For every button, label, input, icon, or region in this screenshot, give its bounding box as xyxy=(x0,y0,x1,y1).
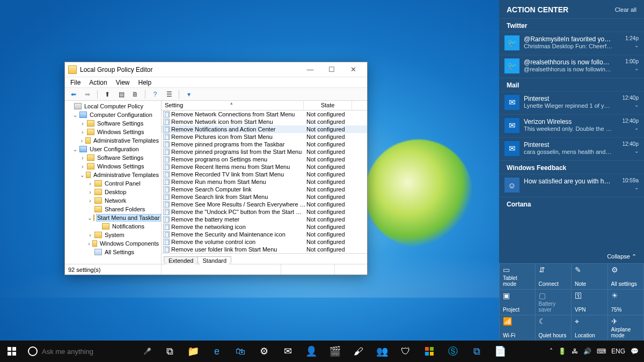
tab-standard[interactable]: Standard xyxy=(197,256,231,264)
search-input[interactable] xyxy=(42,348,133,356)
movies-icon[interactable]: 🎬 xyxy=(323,341,347,362)
mic-icon[interactable]: 🎤 xyxy=(143,348,151,355)
collapse-link[interactable]: Collapse ⌃ xyxy=(607,253,636,260)
menu-view[interactable]: View xyxy=(116,79,130,86)
tray-network-icon[interactable]: 🖧 xyxy=(572,348,578,355)
tree-item[interactable]: Control Panel xyxy=(104,180,142,187)
tree-computer-config[interactable]: Computer Configuration xyxy=(89,112,153,118)
paint-icon[interactable]: 🖌 xyxy=(347,341,370,362)
list-row[interactable]: Remove Search Computer linkNot configure… xyxy=(162,186,367,193)
tree-item[interactable]: Windows Settings xyxy=(96,129,145,135)
tree-item[interactable]: Shared Folders xyxy=(104,206,146,212)
list-row[interactable]: Remove Run menu from Start MenuNot confi… xyxy=(162,178,367,186)
tree-start-menu-taskbar[interactable]: Start Menu and Taskbar xyxy=(96,214,161,221)
settings-icon[interactable]: ⚙ xyxy=(252,341,276,362)
list-row[interactable]: Remove the "Undock PC" button from the S… xyxy=(162,208,367,216)
quick-action-note[interactable]: ✎Note xyxy=(572,263,608,289)
tree-item[interactable]: Windows Components xyxy=(99,240,160,247)
mail-icon[interactable]: ✉ xyxy=(276,341,299,362)
task-view-icon[interactable]: ⧉ xyxy=(158,341,181,362)
gpedit-tree[interactable]: Local Computer Policy ⌄Computer Configur… xyxy=(65,101,162,264)
list-row[interactable]: Remove pinned programs from the TaskbarN… xyxy=(162,141,367,148)
menu-file[interactable]: File xyxy=(70,79,80,86)
list-row[interactable]: Remove the battery meterNot configured xyxy=(162,216,367,223)
quick-action-wi-fi[interactable]: 📶Wi-Fi xyxy=(499,315,536,341)
chevron-down-icon[interactable]: ⌄ xyxy=(634,65,639,71)
forward-button[interactable]: ➡ xyxy=(82,89,93,100)
tree-item[interactable]: Network xyxy=(104,197,127,204)
list-row[interactable]: Remove Recorded TV link from Start MenuN… xyxy=(162,171,367,178)
quick-action-vpn[interactable]: ⚿VPN xyxy=(572,289,608,315)
clear-all-link[interactable]: Clear all xyxy=(615,6,636,13)
skype-icon[interactable]: Ⓢ xyxy=(441,341,465,362)
list-row[interactable]: Remove Recent Items menu from Start Menu… xyxy=(162,163,367,171)
chevron-down-icon[interactable]: ⌄ xyxy=(634,42,639,48)
quick-action-project[interactable]: ▣Project xyxy=(499,289,536,315)
tree-item[interactable]: Windows Settings xyxy=(96,163,145,169)
edge-icon[interactable]: e xyxy=(205,341,229,362)
list-row[interactable]: Remove Notifications and Action CenterNo… xyxy=(162,125,367,133)
list-row[interactable]: Remove pinned programs list from the Sta… xyxy=(162,148,367,156)
list-row[interactable]: Remove Search link from Start MenuNot co… xyxy=(162,193,367,201)
tray-keyboard-icon[interactable]: ⌨ xyxy=(597,348,606,355)
tray-battery-icon[interactable]: 🔋 xyxy=(558,348,566,355)
tray-volume-icon[interactable]: 🔊 xyxy=(583,348,591,355)
file-explorer-icon[interactable]: 📁 xyxy=(181,341,205,362)
tree-item[interactable]: Software Settings xyxy=(96,154,144,161)
quick-action-quiet-hours[interactable]: ☾Quiet hours xyxy=(536,315,572,341)
list-row[interactable]: Remove programs on Settings menuNot conf… xyxy=(162,156,367,163)
office-icon[interactable] xyxy=(418,341,441,362)
show-hide-tree-button[interactable]: ▤ xyxy=(116,89,127,100)
tree-item[interactable]: System xyxy=(104,232,126,238)
cortana-search[interactable]: 🎤 xyxy=(24,341,158,362)
notification[interactable]: ☺ How satisfied are you with how the 10:… xyxy=(499,174,644,197)
tree-item[interactable]: Administrative Templates xyxy=(92,137,160,144)
quick-action-location[interactable]: ⌖Location xyxy=(572,315,608,341)
export-button[interactable]: 🗎 xyxy=(130,89,141,100)
tray-chevron-icon[interactable]: ˄ xyxy=(550,348,553,355)
defender-icon[interactable]: 🛡 xyxy=(394,341,418,362)
powershell-icon[interactable]: ⧉ xyxy=(465,341,488,362)
tray-lang[interactable]: ENG xyxy=(611,348,625,355)
tray-action-center-icon[interactable]: 💬 xyxy=(631,348,639,355)
col-state[interactable]: State xyxy=(304,101,352,110)
up-button[interactable]: ⬆ xyxy=(102,89,113,100)
system-tray[interactable]: ˄ 🔋 🖧 🔊 ⌨ ENG 💬 xyxy=(544,348,644,355)
quick-action-connect[interactable]: ⇵Connect xyxy=(536,263,572,289)
notification[interactable]: ✉ Verizon WirelessThis weekend only. Dou… xyxy=(499,114,644,137)
chevron-down-icon[interactable]: ⌄ xyxy=(634,125,639,131)
chevron-down-icon[interactable]: ⌄ xyxy=(634,148,639,154)
account-icon[interactable]: 👥 xyxy=(370,341,394,362)
tree-item[interactable]: Desktop xyxy=(104,189,127,195)
list-row[interactable]: Remove the Security and Maintenance icon… xyxy=(162,231,367,238)
list-rows[interactable]: Remove Network Connections from Start Me… xyxy=(162,110,367,253)
tree-notifications[interactable]: Notifications xyxy=(111,223,145,230)
start-button[interactable] xyxy=(0,341,24,362)
notification[interactable]: 🐦 @RankmysiteIn favorited your tweetChri… xyxy=(499,32,644,55)
notification[interactable]: 🐦 @realsethhorus is now following you@re… xyxy=(499,55,644,78)
people-icon[interactable]: 👤 xyxy=(299,341,323,362)
gpedit-titlebar[interactable]: Local Group Policy Editor — ☐ ✕ xyxy=(65,62,367,77)
quick-action-all-settings[interactable]: ⚙All settings xyxy=(608,263,645,289)
list-row[interactable]: Remove See More Results / Search Everywh… xyxy=(162,201,367,208)
help-button[interactable]: ? xyxy=(150,89,160,100)
tree-root[interactable]: Local Computer Policy xyxy=(83,103,144,109)
quick-action-75-[interactable]: ☀75% xyxy=(608,289,645,315)
maximize-button[interactable]: ☐ xyxy=(321,64,342,76)
quick-action-airplane-mode[interactable]: ✈Airplane mode xyxy=(608,315,645,341)
notification[interactable]: ✉ Pinterestcara gosselin, mens health an… xyxy=(499,137,644,160)
quick-action-battery-saver[interactable]: ▢Battery saver xyxy=(536,289,572,315)
tab-extended[interactable]: Extended xyxy=(164,256,198,264)
list-row[interactable]: Remove the networking iconNot configured xyxy=(162,223,367,231)
list-row[interactable]: Remove the volume control iconNot config… xyxy=(162,238,367,246)
list-header[interactable]: Setting ▴ State xyxy=(162,101,367,110)
tree-item[interactable]: Software Settings xyxy=(96,120,144,127)
tree-all-settings[interactable]: All Settings xyxy=(104,249,135,255)
notification[interactable]: ✉ PinterestLynette Wieger repinned 1 of … xyxy=(499,91,644,114)
back-button[interactable]: ⬅ xyxy=(68,89,79,100)
tree-admin-templates[interactable]: Administrative Templates xyxy=(92,172,160,178)
chevron-down-icon[interactable]: ⌄ xyxy=(634,102,639,108)
store-icon[interactable]: 🛍 xyxy=(229,341,252,362)
minimize-button[interactable]: — xyxy=(299,64,321,76)
close-button[interactable]: ✕ xyxy=(342,64,364,76)
